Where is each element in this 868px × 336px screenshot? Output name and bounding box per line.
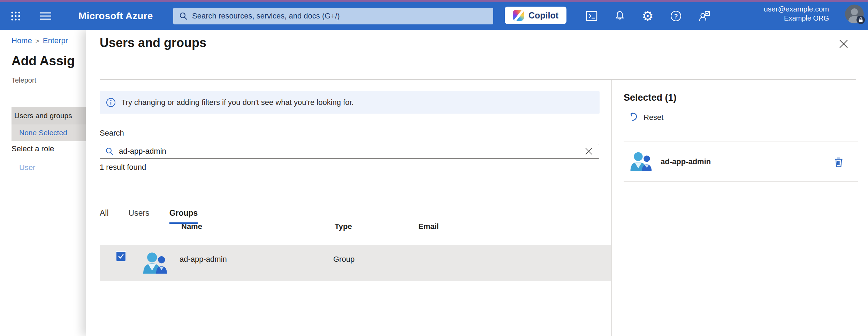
selected-item-name: ad-app-admin [661, 157, 711, 166]
select-role-label: Select a role [12, 144, 54, 153]
group-icon [142, 252, 168, 274]
settings-icon[interactable]: ⚙ [640, 8, 656, 24]
users-groups-selected-link[interactable]: None Selected [12, 124, 86, 141]
user-org: Example ORG [764, 14, 829, 23]
divider [100, 79, 856, 80]
column-header-name: Name [181, 222, 202, 231]
background-page: Home>Enterpr Add Assig Teleport Users an… [0, 30, 86, 336]
group-icon [629, 152, 652, 172]
lock-icon [856, 16, 865, 24]
info-message: Try changing or adding filters if you do… [121, 98, 354, 107]
result-count: 1 result found [100, 163, 146, 172]
panel-search-input[interactable] [119, 147, 579, 156]
copilot-button[interactable]: Copilot [505, 7, 566, 24]
avatar[interactable] [845, 5, 864, 23]
help-icon[interactable]: ? [668, 8, 684, 24]
search-label: Search [100, 129, 124, 138]
divider [611, 80, 612, 336]
breadcrumb-home-link[interactable]: Home [12, 36, 32, 45]
copilot-icon [513, 10, 524, 21]
search-icon [105, 147, 114, 156]
page-subtitle: Teleport [12, 76, 36, 84]
row-name: ad-app-admin [180, 255, 227, 264]
trash-icon[interactable] [833, 155, 845, 169]
breadcrumb: Home>Enterpr [12, 36, 85, 45]
row-type: Group [333, 255, 355, 264]
tab-groups[interactable]: Groups [169, 208, 198, 224]
users-groups-section: Users and groups None Selected [12, 107, 86, 141]
search-icon [179, 12, 188, 21]
hamburger-icon[interactable] [38, 8, 54, 24]
brand-title[interactable]: Microsoft Azure [78, 10, 153, 22]
breadcrumb-current-link[interactable]: Enterpr [43, 36, 68, 45]
info-banner: Try changing or adding filters if you do… [100, 91, 600, 114]
role-user-link[interactable]: User [19, 163, 35, 172]
table-row[interactable]: ad-app-admin Group [100, 245, 611, 281]
notifications-icon[interactable] [612, 8, 628, 24]
column-header-type: Type [335, 222, 352, 231]
info-icon [106, 98, 116, 107]
azure-topbar: Microsoft Azure Copilot ⚙ ? [0, 2, 868, 30]
copilot-label: Copilot [528, 10, 558, 21]
panel-title: Users and groups [100, 36, 206, 50]
selected-count-title: Selected (1) [624, 92, 677, 103]
tabs: All Users Groups [100, 208, 198, 224]
cloud-shell-icon[interactable] [584, 8, 600, 24]
svg-text:?: ? [674, 13, 678, 20]
users-groups-label: Users and groups [12, 107, 86, 124]
reset-button[interactable]: Reset [629, 112, 663, 123]
users-and-groups-panel: Users and groups Try changing or adding … [86, 30, 868, 336]
chevron-right-icon: > [36, 37, 39, 45]
reset-label: Reset [644, 113, 663, 122]
undo-icon [629, 112, 638, 123]
column-header-email: Email [418, 222, 439, 231]
divider [624, 181, 858, 182]
global-search-input[interactable] [192, 12, 488, 21]
selected-item: ad-app-admin [624, 142, 858, 181]
feedback-icon[interactable] [696, 8, 713, 24]
panel-search-field[interactable] [100, 144, 599, 159]
waffle-icon[interactable] [8, 8, 24, 24]
tab-all[interactable]: All [100, 208, 109, 224]
account-info[interactable]: user@example.com Example ORG [764, 4, 829, 23]
user-email: user@example.com [764, 4, 829, 14]
clear-icon[interactable] [584, 146, 594, 156]
row-checkbox-checked[interactable] [116, 251, 126, 261]
tab-users[interactable]: Users [129, 208, 150, 224]
close-icon[interactable] [837, 37, 851, 51]
page-title: Add Assig [12, 54, 85, 68]
global-search[interactable] [173, 8, 493, 24]
